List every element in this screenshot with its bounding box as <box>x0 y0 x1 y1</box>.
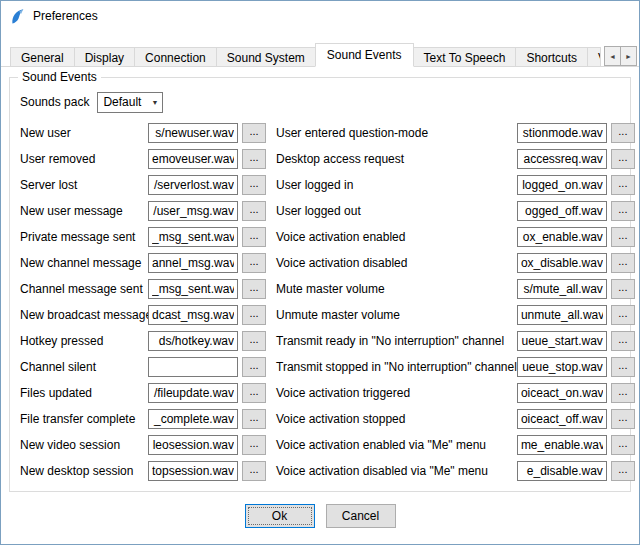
sound-file-input[interactable] <box>148 279 238 299</box>
sound-file-input[interactable] <box>148 461 238 481</box>
sound-event-label: Unmute master volume <box>274 308 517 322</box>
table-row: File transfer complete ... <box>18 406 266 432</box>
browse-button[interactable]: ... <box>611 201 635 221</box>
preferences-window: Preferences General Display Connection S… <box>0 0 640 545</box>
sound-file-input[interactable] <box>148 253 238 273</box>
sound-event-label: User logged in <box>274 178 517 192</box>
sounds-pack-row: Sounds pack Default ▼ <box>20 91 622 113</box>
sound-event-label: New desktop session <box>18 464 148 478</box>
sound-file-input[interactable] <box>517 123 607 143</box>
sounds-pack-value: Default <box>103 95 141 109</box>
table-row: Voice activation enabled ... <box>274 224 635 250</box>
sound-file-input[interactable] <box>148 227 238 247</box>
title-bar: Preferences <box>1 1 639 31</box>
browse-button[interactable]: ... <box>611 279 635 299</box>
browse-button[interactable]: ... <box>242 461 266 481</box>
browse-button[interactable]: ... <box>242 357 266 377</box>
app-icon <box>9 8 26 25</box>
browse-button[interactable]: ... <box>242 253 266 273</box>
sound-file-input[interactable] <box>517 175 607 195</box>
table-row: Channel silent ... <box>18 354 266 380</box>
sound-event-label: Voice activation enabled via "Me" menu <box>274 438 517 452</box>
browse-button[interactable]: ... <box>242 331 266 351</box>
sound-file-input[interactable] <box>517 253 607 273</box>
browse-button[interactable]: ... <box>242 227 266 247</box>
table-row: Hotkey pressed ... <box>18 328 266 354</box>
table-row: Transmit stopped in "No interruption" ch… <box>274 354 635 380</box>
sound-event-label: Transmit ready in "No interruption" chan… <box>274 334 517 348</box>
table-row: Server lost ... <box>18 172 266 198</box>
sound-file-input[interactable] <box>517 331 607 351</box>
tab-scroll-right-button[interactable]: ► <box>620 46 637 66</box>
tab-general[interactable]: General <box>10 47 75 67</box>
browse-button[interactable]: ... <box>242 383 266 403</box>
right-column: User entered question-mode ... Desktop a… <box>274 120 635 484</box>
sound-file-input[interactable] <box>517 383 607 403</box>
sound-event-label: File transfer complete <box>18 412 148 426</box>
tab-shortcuts[interactable]: Shortcuts <box>515 47 588 67</box>
browse-button[interactable]: ... <box>611 331 635 351</box>
browse-button[interactable]: ... <box>242 305 266 325</box>
sound-file-input[interactable] <box>148 123 238 143</box>
tab-scroll-left-button[interactable]: ◄ <box>604 46 621 66</box>
browse-button[interactable]: ... <box>242 279 266 299</box>
table-row: User removed ... <box>18 146 266 172</box>
tab-sound-events[interactable]: Sound Events <box>315 43 414 67</box>
ok-button[interactable]: Ok <box>245 504 315 528</box>
sound-file-input[interactable] <box>517 409 607 429</box>
tab-connection[interactable]: Connection <box>134 47 217 67</box>
tab-sound-system[interactable]: Sound System <box>216 47 316 67</box>
sound-file-input[interactable] <box>517 279 607 299</box>
browse-button[interactable]: ... <box>611 123 635 143</box>
browse-button[interactable]: ... <box>242 149 266 169</box>
sound-events-group: Sound Events Sounds pack Default ▼ New u… <box>9 77 631 492</box>
tab-display[interactable]: Display <box>74 47 135 67</box>
sound-file-input[interactable] <box>148 357 238 377</box>
browse-button[interactable]: ... <box>242 123 266 143</box>
group-title: Sound Events <box>18 70 101 84</box>
sound-file-input[interactable] <box>517 435 607 455</box>
sound-file-input[interactable] <box>517 149 607 169</box>
sound-file-input[interactable] <box>517 305 607 325</box>
sound-event-label: Channel silent <box>18 360 148 374</box>
tab-video[interactable]: Video <box>587 47 601 67</box>
sounds-pack-select[interactable]: Default ▼ <box>97 92 163 113</box>
sound-event-label: New video session <box>18 438 148 452</box>
sound-file-input[interactable] <box>148 435 238 455</box>
browse-button[interactable]: ... <box>611 149 635 169</box>
browse-button[interactable]: ... <box>242 201 266 221</box>
browse-button[interactable]: ... <box>611 409 635 429</box>
browse-button[interactable]: ... <box>611 461 635 481</box>
browse-button[interactable]: ... <box>611 383 635 403</box>
tab-text-to-speech[interactable]: Text To Speech <box>413 47 517 67</box>
table-row: New user message ... <box>18 198 266 224</box>
sound-file-input[interactable] <box>148 175 238 195</box>
sound-file-input[interactable] <box>517 201 607 221</box>
table-row: Voice activation triggered ... <box>274 380 635 406</box>
sound-event-columns: New user ... User removed ... Server los… <box>18 120 622 484</box>
sound-event-label: New channel message <box>18 256 148 270</box>
sound-file-input[interactable] <box>517 461 607 481</box>
sound-file-input[interactable] <box>148 149 238 169</box>
sound-file-input[interactable] <box>148 409 238 429</box>
browse-button[interactable]: ... <box>242 409 266 429</box>
browse-button[interactable]: ... <box>611 357 635 377</box>
table-row: Voice activation disabled via "Me" menu … <box>274 458 635 484</box>
sound-file-input[interactable] <box>517 227 607 247</box>
browse-button[interactable]: ... <box>611 435 635 455</box>
browse-button[interactable]: ... <box>611 305 635 325</box>
browse-button[interactable]: ... <box>611 175 635 195</box>
sound-file-input[interactable] <box>517 357 607 377</box>
sound-file-input[interactable] <box>148 383 238 403</box>
sound-file-input[interactable] <box>148 305 238 325</box>
browse-button[interactable]: ... <box>242 435 266 455</box>
browse-button[interactable]: ... <box>611 227 635 247</box>
cancel-button[interactable]: Cancel <box>326 504 396 528</box>
sound-event-label: Desktop access request <box>274 152 517 166</box>
sound-events-page: Sound Events Sounds pack Default ▼ New u… <box>1 66 639 544</box>
browse-button[interactable]: ... <box>242 175 266 195</box>
sound-file-input[interactable] <box>148 201 238 221</box>
sound-event-label: New user message <box>18 204 148 218</box>
sound-file-input[interactable] <box>148 331 238 351</box>
browse-button[interactable]: ... <box>611 253 635 273</box>
